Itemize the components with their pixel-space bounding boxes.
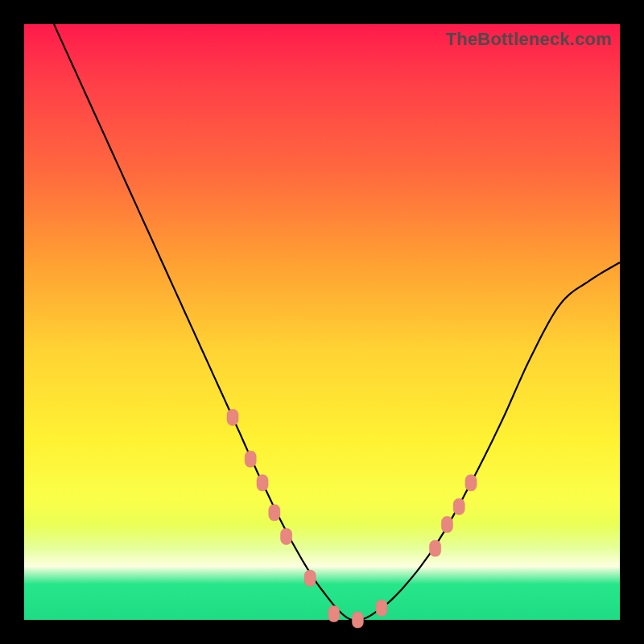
marker-point <box>257 475 268 491</box>
marker-group <box>227 409 477 628</box>
marker-point <box>430 540 441 556</box>
marker-point <box>352 612 363 628</box>
bottleneck-curve <box>54 24 620 621</box>
plot-area: TheBottleneck.com <box>24 24 620 620</box>
chart-frame: TheBottleneck.com <box>0 0 644 644</box>
marker-point <box>304 570 316 586</box>
marker-point <box>453 498 464 514</box>
marker-point <box>328 606 340 622</box>
marker-point <box>441 517 452 533</box>
chart-svg <box>24 24 620 620</box>
marker-point <box>376 600 387 616</box>
marker-point <box>245 451 256 467</box>
marker-point <box>227 409 238 425</box>
marker-point <box>281 528 292 544</box>
marker-point <box>465 475 477 491</box>
marker-point <box>269 505 280 521</box>
